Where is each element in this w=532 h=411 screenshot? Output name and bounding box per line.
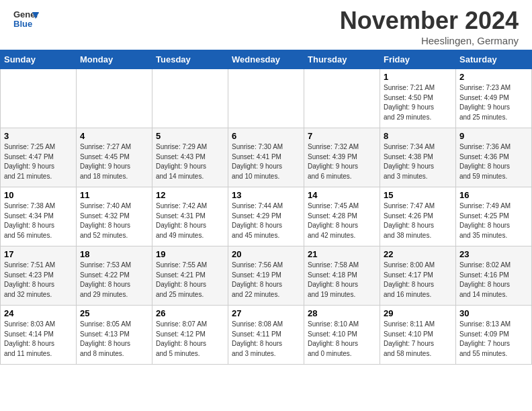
calendar-cell: 22Sunrise: 8:00 AM Sunset: 4:17 PM Dayli… — [380, 246, 456, 306]
calendar-cell: 16Sunrise: 7:49 AM Sunset: 4:25 PM Dayli… — [456, 187, 532, 246]
day-info: Sunrise: 7:32 AM Sunset: 4:39 PM Dayligh… — [308, 142, 376, 181]
weekday-header: Monday — [77, 50, 152, 69]
calendar-cell — [152, 69, 228, 128]
day-number: 7 — [308, 131, 376, 141]
day-info: Sunrise: 7:21 AM Sunset: 4:50 PM Dayligh… — [384, 83, 452, 122]
day-number: 27 — [232, 308, 300, 318]
day-info: Sunrise: 8:08 AM Sunset: 4:11 PM Dayligh… — [232, 320, 300, 359]
day-info: Sunrise: 7:34 AM Sunset: 4:38 PM Dayligh… — [384, 142, 452, 181]
calendar-cell: 11Sunrise: 7:40 AM Sunset: 4:32 PM Dayli… — [77, 187, 152, 246]
calendar-cell: 25Sunrise: 8:05 AM Sunset: 4:13 PM Dayli… — [77, 306, 152, 365]
day-number: 13 — [232, 190, 300, 200]
calendar-cell: 27Sunrise: 8:08 AM Sunset: 4:11 PM Dayli… — [228, 306, 304, 365]
day-number: 22 — [384, 249, 452, 259]
calendar-cell: 6Sunrise: 7:30 AM Sunset: 4:41 PM Daylig… — [228, 128, 304, 187]
day-info: Sunrise: 8:13 AM Sunset: 4:09 PM Dayligh… — [459, 320, 528, 359]
calendar-cell: 24Sunrise: 8:03 AM Sunset: 4:14 PM Dayli… — [1, 306, 77, 365]
header: General Blue November 2024 Heeslingen, G… — [0, 0, 532, 50]
day-number: 8 — [384, 131, 452, 141]
day-info: Sunrise: 7:42 AM Sunset: 4:31 PM Dayligh… — [156, 201, 224, 240]
calendar-cell: 12Sunrise: 7:42 AM Sunset: 4:31 PM Dayli… — [152, 187, 228, 246]
day-info: Sunrise: 7:44 AM Sunset: 4:29 PM Dayligh… — [232, 201, 300, 240]
calendar-cell: 4Sunrise: 7:27 AM Sunset: 4:45 PM Daylig… — [77, 128, 152, 187]
calendar-cell — [304, 69, 380, 128]
day-number: 3 — [4, 131, 73, 141]
day-info: Sunrise: 7:56 AM Sunset: 4:19 PM Dayligh… — [232, 261, 300, 300]
calendar-cell: 15Sunrise: 7:47 AM Sunset: 4:26 PM Dayli… — [380, 187, 456, 246]
day-info: Sunrise: 7:58 AM Sunset: 4:18 PM Dayligh… — [308, 261, 376, 300]
day-number: 10 — [4, 190, 73, 200]
calendar-cell — [228, 69, 304, 128]
calendar-cell: 18Sunrise: 7:53 AM Sunset: 4:22 PM Dayli… — [77, 246, 152, 306]
calendar-cell: 28Sunrise: 8:10 AM Sunset: 4:10 PM Dayli… — [304, 306, 380, 365]
day-info: Sunrise: 8:10 AM Sunset: 4:10 PM Dayligh… — [308, 320, 376, 359]
title-section: November 2024 Heeslingen, Germany — [340, 7, 519, 46]
day-number: 2 — [459, 72, 528, 82]
day-info: Sunrise: 7:55 AM Sunset: 4:21 PM Dayligh… — [156, 261, 224, 300]
day-number: 6 — [232, 131, 300, 141]
day-info: Sunrise: 8:07 AM Sunset: 4:12 PM Dayligh… — [156, 320, 224, 359]
weekday-header: Thursday — [304, 50, 380, 69]
weekday-header: Saturday — [456, 50, 532, 69]
calendar-cell: 26Sunrise: 8:07 AM Sunset: 4:12 PM Dayli… — [152, 306, 228, 365]
calendar-cell: 3Sunrise: 7:25 AM Sunset: 4:47 PM Daylig… — [1, 128, 77, 187]
calendar-cell: 19Sunrise: 7:55 AM Sunset: 4:21 PM Dayli… — [152, 246, 228, 306]
weekday-header: Wednesday — [228, 50, 304, 69]
calendar-cell: 7Sunrise: 7:32 AM Sunset: 4:39 PM Daylig… — [304, 128, 380, 187]
calendar-cell: 1Sunrise: 7:21 AM Sunset: 4:50 PM Daylig… — [380, 69, 456, 128]
calendar-cell: 5Sunrise: 7:29 AM Sunset: 4:43 PM Daylig… — [152, 128, 228, 187]
calendar-cell: 21Sunrise: 7:58 AM Sunset: 4:18 PM Dayli… — [304, 246, 380, 306]
day-info: Sunrise: 8:05 AM Sunset: 4:13 PM Dayligh… — [80, 320, 148, 359]
calendar-cell: 29Sunrise: 8:11 AM Sunset: 4:10 PM Dayli… — [380, 306, 456, 365]
calendar-cell: 30Sunrise: 8:13 AM Sunset: 4:09 PM Dayli… — [456, 306, 532, 365]
calendar-table: SundayMondayTuesdayWednesdayThursdayFrid… — [0, 50, 532, 365]
day-number: 23 — [459, 249, 528, 259]
location: Heeslingen, Germany — [340, 35, 519, 46]
day-info: Sunrise: 7:27 AM Sunset: 4:45 PM Dayligh… — [80, 142, 148, 181]
calendar-cell: 9Sunrise: 7:36 AM Sunset: 4:36 PM Daylig… — [456, 128, 532, 187]
svg-text:Blue: Blue — [13, 19, 32, 29]
day-number: 25 — [80, 308, 148, 318]
month-title: November 2024 — [340, 7, 519, 35]
day-info: Sunrise: 8:11 AM Sunset: 4:10 PM Dayligh… — [384, 320, 452, 359]
day-number: 18 — [80, 249, 148, 259]
day-number: 5 — [156, 131, 224, 141]
logo-icon: General Blue — [13, 7, 39, 32]
day-number: 19 — [156, 249, 224, 259]
day-number: 24 — [4, 308, 73, 318]
day-info: Sunrise: 7:49 AM Sunset: 4:25 PM Dayligh… — [459, 201, 528, 240]
day-info: Sunrise: 7:36 AM Sunset: 4:36 PM Dayligh… — [459, 142, 528, 181]
calendar-cell: 20Sunrise: 7:56 AM Sunset: 4:19 PM Dayli… — [228, 246, 304, 306]
day-info: Sunrise: 7:47 AM Sunset: 4:26 PM Dayligh… — [384, 201, 452, 240]
day-info: Sunrise: 7:25 AM Sunset: 4:47 PM Dayligh… — [4, 142, 73, 181]
day-number: 15 — [384, 190, 452, 200]
calendar-cell: 2Sunrise: 7:23 AM Sunset: 4:49 PM Daylig… — [456, 69, 532, 128]
weekday-header: Sunday — [1, 50, 77, 69]
calendar-cell: 23Sunrise: 8:02 AM Sunset: 4:16 PM Dayli… — [456, 246, 532, 306]
calendar-cell — [77, 69, 152, 128]
day-info: Sunrise: 7:29 AM Sunset: 4:43 PM Dayligh… — [156, 142, 224, 181]
calendar-cell: 17Sunrise: 7:51 AM Sunset: 4:23 PM Dayli… — [1, 246, 77, 306]
day-info: Sunrise: 8:03 AM Sunset: 4:14 PM Dayligh… — [4, 320, 73, 359]
day-number: 26 — [156, 308, 224, 318]
calendar-cell — [1, 69, 77, 128]
day-info: Sunrise: 8:00 AM Sunset: 4:17 PM Dayligh… — [384, 261, 452, 300]
day-number: 1 — [384, 72, 452, 82]
calendar-cell: 14Sunrise: 7:45 AM Sunset: 4:28 PM Dayli… — [304, 187, 380, 246]
day-info: Sunrise: 8:02 AM Sunset: 4:16 PM Dayligh… — [459, 261, 528, 300]
day-number: 11 — [80, 190, 148, 200]
day-number: 28 — [308, 308, 376, 318]
day-number: 20 — [232, 249, 300, 259]
day-info: Sunrise: 7:23 AM Sunset: 4:49 PM Dayligh… — [459, 83, 528, 122]
day-number: 14 — [308, 190, 376, 200]
calendar-cell: 8Sunrise: 7:34 AM Sunset: 4:38 PM Daylig… — [380, 128, 456, 187]
weekday-header: Friday — [380, 50, 456, 69]
calendar-cell: 10Sunrise: 7:38 AM Sunset: 4:34 PM Dayli… — [1, 187, 77, 246]
logo: General Blue — [13, 7, 39, 32]
day-number: 17 — [4, 249, 73, 259]
day-info: Sunrise: 7:51 AM Sunset: 4:23 PM Dayligh… — [4, 261, 73, 300]
weekday-header: Tuesday — [152, 50, 228, 69]
day-number: 21 — [308, 249, 376, 259]
day-info: Sunrise: 7:53 AM Sunset: 4:22 PM Dayligh… — [80, 261, 148, 300]
day-number: 9 — [459, 131, 528, 141]
